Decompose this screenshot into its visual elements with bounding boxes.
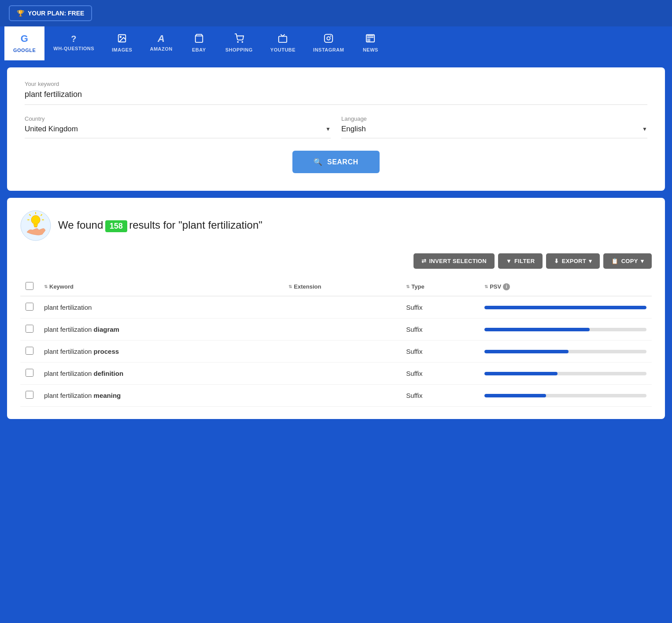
sort-psv-icon: ⇅ [484, 284, 488, 289]
keyword-cell: plant fertilization definition [39, 363, 283, 385]
keyword-cell: plant fertilization process [39, 341, 283, 363]
extension-cell [283, 341, 401, 363]
select-all-checkbox[interactable] [26, 282, 33, 290]
svg-point-11 [31, 215, 40, 224]
keyword-header[interactable]: ⇅ Keyword [39, 278, 283, 296]
tab-instagram-label: INSTAGRAM [313, 47, 344, 52]
tab-youtube-label: YOUTUBE [270, 47, 295, 52]
type-cell: Suffix [401, 385, 479, 407]
results-illustration [20, 210, 51, 241]
sort-keyword-icon: ⇅ [44, 284, 48, 289]
copy-label: COPY [621, 258, 638, 264]
export-button[interactable]: ⬇ EXPORT ▾ [546, 253, 600, 269]
type-cell: Suffix [401, 363, 479, 385]
psv-header[interactable]: ⇅ PSV i [479, 278, 652, 296]
tab-images-label: IMAGES [112, 47, 132, 52]
row-checkbox-cell[interactable] [20, 363, 39, 385]
extension-header[interactable]: ⇅ Extension [283, 278, 401, 296]
filter-label: FILTER [514, 258, 535, 264]
invert-selection-button[interactable]: ⇄ INVERT SELECTION [414, 253, 495, 269]
row-checkbox[interactable] [26, 347, 33, 355]
row-checkbox[interactable] [26, 325, 33, 333]
news-icon [366, 33, 375, 44]
tab-google-label: GOOGLE [13, 48, 36, 53]
tab-images[interactable]: IMAGES [103, 26, 141, 60]
type-header[interactable]: ⇅ Type [401, 278, 479, 296]
country-select[interactable]: United Kingdom ▼ [25, 125, 331, 138]
results-found-pre: We found [58, 219, 103, 231]
row-checkbox[interactable] [26, 303, 33, 311]
tab-wh-label: WH-QUESTIONS [53, 46, 94, 51]
tab-wh-questions[interactable]: ? WH-QUESTIONS [44, 26, 103, 60]
svg-point-1 [120, 36, 122, 37]
copy-button[interactable]: 📋 COPY ▾ [603, 253, 652, 269]
selects-row: Country United Kingdom ▼ Language Englis… [25, 115, 647, 138]
table-header-row: ⇅ Keyword ⇅ Extension ⇅ Type [20, 278, 652, 296]
row-checkbox-cell[interactable] [20, 385, 39, 407]
plan-badge: 🏆 YOUR PLAN: FREE [9, 5, 92, 21]
row-checkbox-cell[interactable] [20, 296, 39, 319]
language-group: Language English ▼ [341, 115, 647, 138]
svg-point-4 [242, 41, 243, 42]
tab-google[interactable]: G GOOGLE [4, 26, 44, 60]
tab-ebay[interactable]: EBAY [181, 26, 217, 60]
copy-icon: 📋 [611, 258, 618, 264]
keyword-cell: plant fertilization meaning [39, 385, 283, 407]
keyword-label: Your keyword [25, 81, 647, 87]
export-dropdown-icon: ▾ [589, 258, 592, 264]
keyword-value: plant fertilization [25, 90, 647, 105]
ebay-icon [194, 33, 204, 44]
copy-dropdown-icon: ▾ [641, 258, 644, 264]
psv-info-icon[interactable]: i [503, 283, 510, 290]
table-row: plant fertilization diagramSuffix [20, 319, 652, 341]
psv-cell [479, 363, 652, 385]
select-all-header[interactable] [20, 278, 39, 296]
type-cell: Suffix [401, 296, 479, 319]
nav-tabs: G GOOGLE ? WH-QUESTIONS IMAGES a AMAZON … [0, 26, 672, 60]
table-row: plant fertilization definitionSuffix [20, 363, 652, 385]
type-header-label: Type [411, 283, 424, 290]
tab-youtube[interactable]: YOUTUBE [262, 26, 304, 60]
table-row: plant fertilizationSuffix [20, 296, 652, 319]
youtube-icon [278, 33, 288, 44]
row-checkbox-cell[interactable] [20, 319, 39, 341]
invert-label: INVERT SELECTION [429, 258, 486, 264]
search-icon: 🔍 [314, 158, 323, 166]
svg-rect-5 [279, 36, 287, 42]
amazon-icon: a [158, 34, 165, 44]
google-icon: G [18, 33, 31, 45]
psv-header-label: PSV [490, 283, 501, 290]
language-label: Language [341, 115, 647, 122]
tab-news[interactable]: NEWS [353, 26, 388, 60]
country-label: Country [25, 115, 331, 122]
results-count-badge: 158 [105, 220, 127, 232]
row-checkbox-cell[interactable] [20, 341, 39, 363]
toolbar: ⇄ INVERT SELECTION ▼ FILTER ⬇ EXPORT ▾ 📋… [20, 253, 652, 269]
search-button-label: SEARCH [327, 158, 358, 166]
row-checkbox[interactable] [26, 369, 33, 377]
filter-button[interactable]: ▼ FILTER [498, 253, 543, 269]
shopping-icon [234, 33, 244, 44]
tab-instagram[interactable]: INSTAGRAM [304, 26, 353, 60]
tab-shopping[interactable]: SHOPPING [217, 26, 262, 60]
svg-line-14 [41, 215, 42, 215]
plan-label: YOUR PLAN: FREE [28, 10, 84, 17]
type-cell: Suffix [401, 341, 479, 363]
language-select[interactable]: English ▼ [341, 125, 647, 138]
svg-rect-6 [325, 34, 332, 42]
tab-amazon[interactable]: a AMAZON [141, 26, 181, 60]
tab-shopping-label: SHOPPING [225, 47, 253, 52]
tab-amazon-label: AMAZON [150, 46, 172, 52]
results-title-wrapper: We found 158 results for "plant fertiliz… [58, 219, 262, 232]
results-card: We found 158 results for "plant fertiliz… [7, 198, 665, 419]
extension-cell [283, 385, 401, 407]
extension-cell [283, 296, 401, 319]
results-table: ⇅ Keyword ⇅ Extension ⇅ Type [20, 278, 652, 407]
export-icon: ⬇ [554, 258, 559, 264]
keyword-cell: plant fertilization diagram [39, 319, 283, 341]
row-checkbox[interactable] [26, 391, 33, 399]
psv-cell [479, 341, 652, 363]
trophy-icon: 🏆 [17, 10, 24, 17]
search-button[interactable]: 🔍 SEARCH [292, 151, 379, 173]
search-card: Your keyword plant fertilization Country… [7, 67, 665, 191]
